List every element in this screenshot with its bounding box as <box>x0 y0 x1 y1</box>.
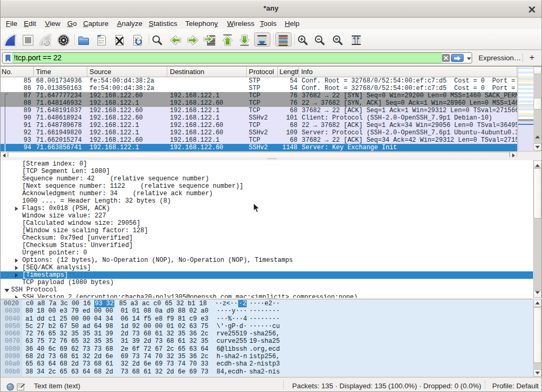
svg-text:0110: 0110 <box>98 40 104 42</box>
svg-text:0101: 0101 <box>98 37 104 39</box>
svg-text:0101: 0101 <box>134 37 140 39</box>
svg-text:0011: 0011 <box>98 42 104 44</box>
